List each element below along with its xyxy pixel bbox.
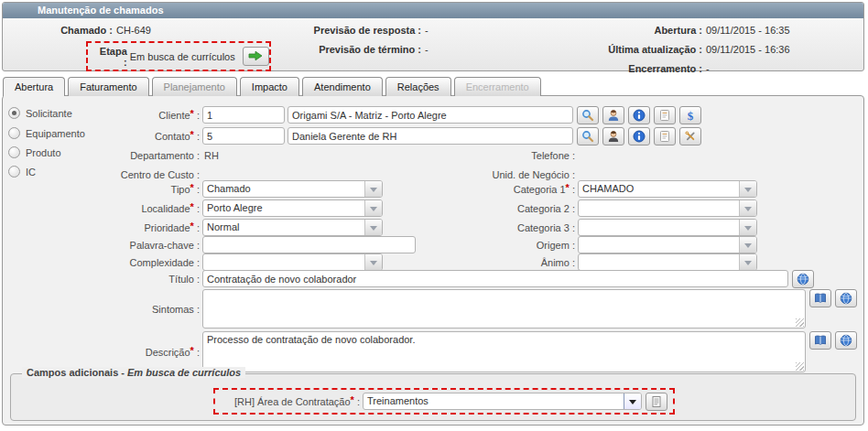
categoria3-label: Categoria 3 : — [387, 222, 575, 233]
tab-planejamento[interactable]: Planejamento — [152, 77, 237, 96]
closed-at-row: Encerramento : - — [547, 59, 818, 78]
cliente-label: Cliente* : — [3, 110, 200, 121]
contato-label: Contato* : — [3, 131, 200, 142]
contato-search-button[interactable] — [577, 127, 599, 145]
opened-at-label: Abertura : — [547, 25, 702, 36]
titulo-translate-button[interactable] — [792, 270, 814, 288]
origem-label: Origem : — [387, 240, 575, 251]
last-update-row: Última atualização : 09/11/2015 - 16:36 — [547, 39, 818, 59]
chevron-down-icon[interactable] — [739, 200, 756, 216]
tools-icon — [684, 130, 697, 143]
chevron-down-icon[interactable] — [739, 237, 756, 253]
descricao-textarea[interactable]: Processo de contratação de novo colabora… — [202, 331, 806, 372]
sintomas-translate-button[interactable] — [835, 289, 857, 307]
tab-relacoes[interactable]: Relações — [385, 77, 451, 96]
chevron-down-icon[interactable] — [364, 200, 382, 216]
descricao-translate-button[interactable] — [835, 331, 857, 350]
titulo-input[interactable] — [202, 270, 788, 287]
search-icon — [581, 130, 594, 143]
descricao-kb-button[interactable] — [809, 331, 831, 350]
tab-abertura[interactable]: Abertura — [3, 77, 65, 96]
sintomas-row: Sintomas : — [3, 289, 857, 329]
response-forecast-value: - — [425, 25, 429, 36]
ticket-number-value: CH-649 — [116, 25, 151, 36]
prioridade-select[interactable]: Normal — [202, 219, 383, 236]
campos-adicionais-legend: Campos adicionais - Em busca de currícul… — [22, 367, 245, 378]
departamento-label: Departamento : — [3, 150, 200, 161]
sintomas-textarea[interactable] — [202, 289, 806, 329]
sintomas-kb-button[interactable] — [809, 289, 831, 307]
ticket-maintenance-window: Manutenção de chamados Chamado : CH-649 … — [0, 0, 868, 431]
chevron-down-icon[interactable] — [739, 254, 756, 270]
cliente-document-button[interactable] — [654, 106, 676, 124]
chevron-down-icon[interactable] — [739, 220, 756, 235]
titulo-label: Título : — [3, 274, 200, 285]
finish-forecast-row: Previsão de término : - — [264, 39, 429, 59]
chevron-down-icon[interactable] — [624, 393, 641, 409]
tipo-select[interactable]: Chamado — [202, 180, 383, 198]
categoria1-label: Categoria 1* : — [387, 184, 575, 195]
chevron-down-icon[interactable] — [739, 181, 756, 197]
green-right-arrow-icon — [248, 50, 263, 63]
svg-text:$: $ — [688, 109, 694, 122]
contato-code-input[interactable] — [202, 127, 285, 145]
origem-select[interactable] — [578, 236, 757, 253]
animo-label: Ânimo : — [387, 257, 575, 268]
localidade-select[interactable]: Porto Alegre — [202, 199, 383, 217]
rh-area-select[interactable]: Treinamentos — [363, 393, 642, 410]
contato-info-button[interactable] — [628, 127, 650, 145]
rh-area-note-button[interactable] — [646, 393, 667, 411]
cliente-row: Cliente* : $ — [3, 106, 701, 124]
window-title: Manutenção de chamados — [3, 3, 863, 18]
categoria2-row: Categoria 2 : — [387, 199, 757, 217]
prioridade-label: Prioridade* : — [3, 222, 200, 233]
contato-row: Contato* : — [3, 127, 701, 145]
categoria3-row: Categoria 3 : — [387, 219, 757, 236]
cliente-search-button[interactable] — [577, 106, 599, 124]
advance-stage-button[interactable] — [243, 47, 269, 66]
contact-person-icon — [607, 130, 620, 143]
contato-tools-button[interactable] — [679, 127, 701, 145]
last-update-label: Última atualização : — [547, 44, 702, 55]
prioridade-row: Prioridade* : Normal — [3, 219, 383, 236]
categoria2-select[interactable] — [578, 199, 757, 217]
stage-label: Etapa : — [94, 46, 127, 68]
document-icon — [658, 109, 671, 122]
palavra-chave-input[interactable] — [202, 236, 416, 253]
complexidade-select[interactable] — [202, 253, 383, 271]
categoria1-select[interactable]: CHAMADO — [578, 180, 757, 198]
tab-impacto[interactable]: Impacto — [240, 77, 299, 96]
contato-contact-button[interactable] — [602, 127, 624, 145]
cliente-name-input[interactable] — [288, 106, 573, 124]
tab-atendimento[interactable]: Atendimento — [302, 77, 383, 96]
stage-value: Em busca de currículos — [130, 51, 235, 62]
tipo-row: Tipo* : Chamado — [3, 180, 383, 198]
tab-strip: Abertura Faturamento Planejamento Impact… — [3, 77, 541, 96]
chevron-down-icon[interactable] — [364, 254, 382, 270]
chevron-down-icon[interactable] — [364, 220, 382, 235]
cliente-contact-button[interactable] — [602, 106, 624, 124]
cliente-code-input[interactable] — [202, 106, 285, 124]
contact-person-icon — [607, 109, 620, 122]
ticket-number-row: Chamado : CH-649 — [10, 20, 151, 39]
tab-faturamento[interactable]: Faturamento — [68, 77, 148, 96]
categoria2-label: Categoria 2 : — [387, 203, 575, 214]
response-forecast-row: Previsão de resposta : - — [264, 20, 429, 39]
categoria3-select[interactable] — [578, 219, 757, 236]
sintomas-field — [202, 289, 806, 329]
chevron-down-icon[interactable] — [364, 181, 382, 197]
last-update-value: 09/11/2015 - 16:36 — [706, 44, 818, 55]
resize-grip-icon[interactable] — [796, 362, 804, 371]
abertura-tab-panel: Solicitante Equipamento Produto IC Clien… — [2, 95, 864, 426]
contato-name-input[interactable] — [288, 127, 573, 145]
book-icon — [814, 292, 827, 305]
animo-select[interactable] — [578, 253, 757, 271]
closed-at-label: Encerramento : — [547, 63, 702, 74]
globe-icon — [840, 334, 852, 347]
cliente-info-button[interactable] — [628, 106, 650, 124]
cliente-billing-button[interactable]: $ — [679, 106, 701, 124]
titulo-row: Título : — [3, 270, 814, 287]
sintomas-label: Sintomas : — [3, 304, 200, 315]
contato-document-button[interactable] — [654, 127, 676, 145]
resize-grip-icon[interactable] — [796, 318, 804, 327]
